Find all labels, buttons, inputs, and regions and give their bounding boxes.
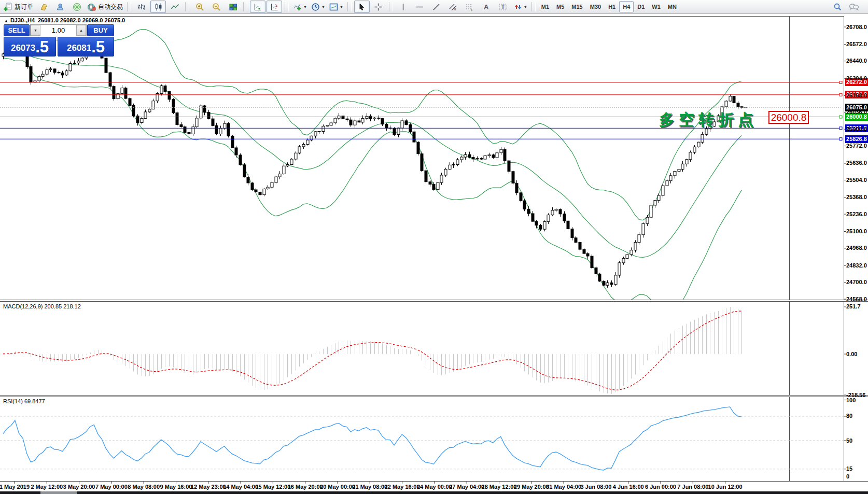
time-axis-label: 16 May 20:00: [288, 484, 323, 490]
collapse-trade-panel-icon[interactable]: ▲: [4, 19, 8, 23]
rsi-tick-label: 15: [846, 465, 852, 472]
candle-down: [53, 69, 56, 73]
macd-signal-line: [3, 311, 741, 390]
candle-up: [267, 187, 269, 189]
candle-down: [515, 183, 518, 193]
sell-price[interactable]: 26073.5: [4, 37, 56, 57]
time-axis-label: 22 May 16:00: [385, 484, 420, 490]
candle-up: [278, 174, 281, 177]
rsi-tick-label: 0: [846, 473, 849, 480]
buy-price[interactable]: 26081.5: [58, 37, 114, 57]
candle-up: [701, 134, 704, 142]
candle-down: [520, 193, 522, 201]
candle-up: [642, 223, 645, 235]
candle-down: [425, 171, 427, 182]
time-axis-label: 8 May 08:00: [128, 484, 160, 490]
candle-up: [373, 118, 376, 119]
candle-up: [630, 250, 633, 255]
candle-up: [275, 177, 277, 182]
time-axis-label: 3 May 20:00: [63, 484, 95, 490]
candle-down: [571, 229, 573, 238]
candle-down: [124, 88, 127, 98]
candle-up: [73, 63, 76, 64]
price-tick-label: 24568.0: [846, 296, 867, 303]
candle-up: [361, 118, 364, 122]
time-axis-label: 6 Jun 00:00: [645, 484, 676, 490]
candle-down: [535, 221, 538, 225]
candle-up: [444, 170, 447, 175]
price-callout-box[interactable]: 26000.8: [768, 111, 809, 124]
rsi-indicator-label: RSI(14) 69.8477: [3, 398, 45, 404]
candle-down: [346, 119, 348, 120]
candle-up: [488, 155, 491, 156]
candle-down: [429, 182, 431, 185]
candle-up: [290, 159, 293, 165]
time-axis-label: 24 May 00:00: [417, 484, 452, 490]
candle-up: [366, 116, 368, 118]
candle-up: [626, 255, 628, 259]
candle-down: [567, 221, 569, 229]
price-tick-label: 24968.0: [846, 245, 867, 251]
price-tick-label: 26708.0: [846, 24, 867, 31]
line-anchor-square[interactable]: [839, 138, 842, 140]
candle-down: [417, 142, 419, 154]
status-strip: [0, 491, 868, 494]
candle-up: [298, 147, 301, 153]
candle-up: [148, 109, 151, 112]
bollinger-middle-band: [3, 54, 741, 257]
candle-down: [579, 243, 581, 250]
volume-stepper: ▼ 1.00 ▲: [30, 24, 87, 36]
chevron-up-icon: ▲: [79, 29, 83, 32]
volume-increase-button[interactable]: ▲: [76, 25, 86, 36]
time-axis-label: 9 May 16:00: [160, 484, 192, 490]
candle-down: [109, 73, 111, 87]
candle-down: [575, 238, 577, 243]
candle-up: [144, 112, 147, 119]
candle-down: [733, 96, 735, 103]
candle-up: [192, 127, 194, 134]
volume-value[interactable]: 1.00: [40, 25, 76, 36]
candle-down: [255, 190, 257, 192]
candle-down: [61, 73, 64, 75]
candle-down: [251, 183, 254, 190]
candle-up: [160, 86, 163, 94]
candle-down: [595, 268, 597, 274]
line-anchor-square[interactable]: [839, 81, 842, 84]
candle-up: [286, 165, 289, 166]
line-anchor-square[interactable]: [839, 93, 842, 96]
chart-canvas[interactable]: [0, 0, 868, 494]
price-tick-label: 26440.0: [846, 58, 867, 64]
buy-button[interactable]: BUY: [87, 24, 114, 36]
candle-up: [606, 283, 609, 286]
candle-down: [212, 119, 214, 125]
macd-panel-splitter[interactable]: [0, 300, 868, 302]
candle-down: [480, 159, 483, 159]
sell-button[interactable]: SELL: [4, 24, 30, 36]
candle-up: [646, 217, 649, 223]
candle-down: [168, 92, 171, 100]
candle-up: [555, 209, 557, 210]
volume-decrease-button[interactable]: ▼: [31, 25, 40, 36]
candle-up: [34, 81, 36, 82]
line-anchor-square[interactable]: [839, 127, 842, 130]
line-anchor-square[interactable]: [839, 116, 842, 118]
candle-down: [385, 124, 388, 128]
candle-down: [421, 154, 423, 171]
candle-up: [622, 259, 625, 263]
candle-up: [81, 58, 83, 61]
candle-up: [440, 175, 443, 182]
candle-up: [551, 210, 554, 215]
chart-annotation-text[interactable]: 多空转折点: [659, 109, 758, 131]
ohlc-values: 26081.0 26082.0 26069.0 26075.0: [38, 17, 125, 23]
candle-down: [235, 148, 237, 155]
rsi-panel-splitter[interactable]: [0, 395, 868, 397]
candle-down: [539, 225, 542, 230]
price-tick-label: 24700.0: [846, 279, 867, 286]
plot-top-border: [0, 16, 844, 17]
symbol-period-label: DJ30-,H4: [10, 17, 35, 23]
candle-up: [141, 118, 143, 122]
candle-up: [729, 96, 732, 101]
rsi-panel-bottom-border: [0, 481, 868, 482]
price-tick-label: 25236.0: [846, 211, 867, 218]
rsi-tick-label: 50: [846, 437, 852, 444]
